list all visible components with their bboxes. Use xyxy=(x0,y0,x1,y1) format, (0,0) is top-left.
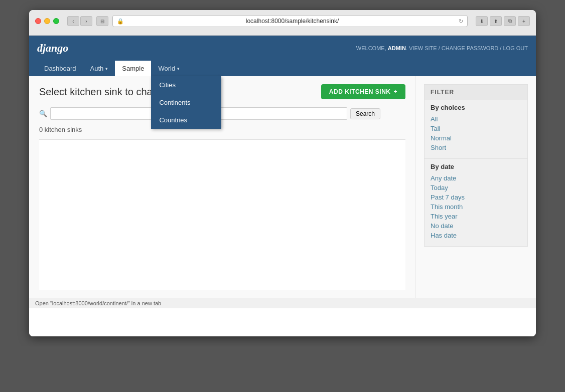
world-dropdown-menu: Cities Continents Countries xyxy=(151,76,221,129)
shield-icon: 🔒 xyxy=(117,18,124,25)
main-content: Select kitchen sink to change ADD KITCHE… xyxy=(29,76,415,298)
logout-link[interactable]: LOG OUT xyxy=(503,45,528,51)
browser-chrome: ‹ › ⊟ 🔒 localhost:8000/sample/kitchensin… xyxy=(29,10,536,36)
nav-item-world[interactable]: World ▾ Cities Continents Countries xyxy=(151,61,187,76)
filter-date-any[interactable]: Any date xyxy=(431,173,521,183)
nav-sample-label: Sample xyxy=(122,65,144,72)
page-title: Select kitchen sink to change xyxy=(39,86,169,98)
filter-section-date: By date Any date Today Past 7 days This … xyxy=(425,159,527,246)
filter-date-no-date[interactable]: No date xyxy=(431,221,521,231)
nav-dashboard-label: Dashboard xyxy=(44,65,76,72)
filter-header: FILTER xyxy=(425,85,527,100)
auth-dropdown-arrow: ▾ xyxy=(105,66,108,71)
filter-date-title: By date xyxy=(431,163,521,170)
filter-choices-tall[interactable]: Tall xyxy=(431,124,521,133)
add-kitchen-sink-label: ADD KITCHEN SINK xyxy=(329,88,391,95)
close-button[interactable] xyxy=(35,18,41,24)
dropdown-item-continents[interactable]: Continents xyxy=(151,94,221,111)
filter-date-this-year[interactable]: This year xyxy=(431,212,521,221)
status-bar: Open "localhost:8000/world/continent/" i… xyxy=(29,298,536,308)
world-dropdown-arrow: ▾ xyxy=(177,66,180,71)
change-password-link[interactable]: CHANGE PASSWORD xyxy=(442,45,498,51)
admin-username: ADMIN xyxy=(388,45,406,51)
add-kitchen-sink-button[interactable]: ADD KITCHEN SINK + xyxy=(321,84,405,99)
filter-date-this-month[interactable]: This month xyxy=(431,202,521,212)
filter-date-has-date[interactable]: Has date xyxy=(431,231,521,240)
admin-content: Select kitchen sink to change ADD KITCHE… xyxy=(29,76,536,298)
filter-choices-all[interactable]: All xyxy=(431,114,521,124)
nav-item-sample[interactable]: Sample xyxy=(115,61,151,76)
filter-sidebar: FILTER By choices All Tall Normal Short … xyxy=(415,76,536,298)
nav-item-auth[interactable]: Auth ▾ xyxy=(83,61,115,76)
browser-nav-buttons: ‹ › xyxy=(67,16,92,26)
dropdown-item-cities[interactable]: Cities xyxy=(151,76,221,94)
back-button[interactable]: ‹ xyxy=(67,16,79,26)
filter-date-past7[interactable]: Past 7 days xyxy=(431,192,521,202)
admin-nav: Dashboard Auth ▾ Sample World ▾ Cities C… xyxy=(29,61,536,76)
nav-item-dashboard[interactable]: Dashboard xyxy=(37,61,83,76)
separator1: / xyxy=(439,45,440,51)
nav-world-label: World xyxy=(158,65,175,72)
reload-button[interactable]: ↻ xyxy=(459,18,463,25)
url-display: localhost:8000/sample/kitchensink/ xyxy=(126,18,459,25)
page-header: Select kitchen sink to change ADD KITCHE… xyxy=(39,84,405,99)
traffic-lights xyxy=(35,18,59,24)
share-button[interactable]: ⬆ xyxy=(490,16,502,26)
forward-button[interactable]: › xyxy=(80,16,92,26)
filter-date-today[interactable]: Today xyxy=(431,183,521,192)
address-bar[interactable]: 🔒 localhost:8000/sample/kitchensink/ ↻ xyxy=(112,15,468,27)
django-admin: django WELCOME, ADMIN. VIEW SITE / CHANG… xyxy=(29,36,536,336)
django-logo: django xyxy=(37,42,68,55)
new-tab-button[interactable]: ⧉ xyxy=(504,16,516,26)
header-user-info: WELCOME, ADMIN. VIEW SITE / CHANGE PASSW… xyxy=(356,45,528,51)
filter-choices-title: By choices xyxy=(431,104,521,111)
search-icon: 🔍 xyxy=(39,110,47,117)
nav-auth-label: Auth xyxy=(90,65,104,72)
status-bar-text: Open "localhost:8000/world/continent/" i… xyxy=(35,300,161,306)
admin-header: django WELCOME, ADMIN. VIEW SITE / CHANG… xyxy=(29,36,536,61)
minimize-button[interactable] xyxy=(44,18,50,24)
results-count: 0 kitchen sinks xyxy=(39,126,405,133)
filter-box: FILTER By choices All Tall Normal Short … xyxy=(424,84,528,247)
welcome-text: WELCOME, xyxy=(356,45,386,51)
separator2: / xyxy=(500,45,501,51)
maximize-button[interactable] xyxy=(53,18,59,24)
download-button[interactable]: ⬇ xyxy=(476,16,488,26)
browser-toolbar-right: ⬇ ⬆ ⧉ + xyxy=(476,16,530,26)
view-site-link[interactable]: VIEW SITE xyxy=(409,45,437,51)
filter-choices-normal[interactable]: Normal xyxy=(431,133,521,143)
add-tab-button[interactable]: + xyxy=(518,16,530,26)
filter-choices-short[interactable]: Short xyxy=(431,143,521,152)
dropdown-item-countries[interactable]: Countries xyxy=(151,111,221,129)
results-table-container xyxy=(39,139,405,290)
filter-section-choices: By choices All Tall Normal Short xyxy=(425,100,527,159)
add-icon: + xyxy=(393,88,397,95)
search-button[interactable]: Search xyxy=(350,108,380,119)
tab-view-button[interactable]: ⊟ xyxy=(96,16,108,26)
